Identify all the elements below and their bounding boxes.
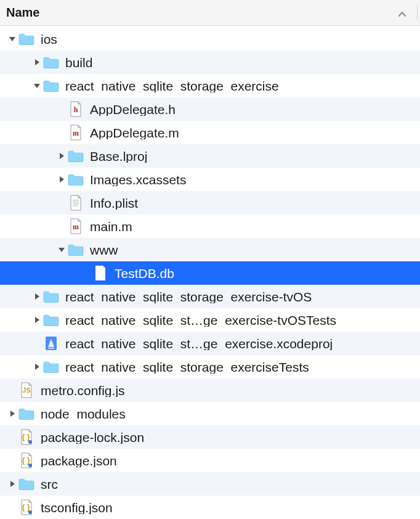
tree-row-label: main.m [90,220,132,233]
file-json-icon: { } [18,429,34,445]
file-m-icon: m [68,218,84,234]
tree-row-label: www [90,243,118,256]
file-plist-icon [68,195,84,211]
tree-row-label: Base.lproj [90,150,147,163]
disclosure-triangle-icon[interactable] [6,480,18,488]
svg-text:m: m [73,129,79,137]
file-js-icon: JS [18,382,34,398]
tree-row-label: react_native_sqlite_storage_exercise [65,80,279,92]
tree-row[interactable]: react_native_sqlite_storage_exerciseTest… [0,355,420,378]
svg-text:{ }: { } [22,456,30,465]
folder-icon [18,476,34,492]
tree-row[interactable]: src [0,472,420,496]
tree-row-label: src [41,478,58,491]
tree-row[interactable]: build [0,51,420,74]
tree-row-label: AppDelegate.h [90,103,176,116]
tree-row-label: react_native_sqlite_storage_exerciseTest… [65,361,309,374]
disclosure-triangle-icon[interactable] [55,152,68,160]
folder-icon [43,359,59,375]
tree-row[interactable]: { }package-lock.json [0,425,420,449]
disclosure-triangle-icon[interactable] [31,363,43,370]
tree-row-label: react_native_sqlite_st…ge_exercise-tvOST… [65,314,336,327]
disclosure-triangle-icon[interactable] [31,82,43,89]
column-header-label: Name [6,6,39,20]
svg-text:JS: JS [22,386,30,394]
sort-indicator-icon[interactable] [398,6,406,20]
tree-row[interactable]: TestDB.db [0,261,420,285]
tree-row-label: Info.plist [90,197,138,210]
tree-row[interactable]: Base.lproj [0,144,420,168]
column-divider[interactable] [417,5,418,20]
tree-row-label: package.json [41,454,117,467]
tree-row[interactable]: { }tsconfig.json [0,496,420,519]
file-xcodeproj-icon [43,335,59,351]
folder-icon [43,312,59,328]
tree-row-label: react_native_sqlite_st…ge_exercise.xcode… [65,337,333,350]
tree-row-label: AppDelegate.m [90,126,179,139]
tree-row-label: ios [41,33,57,46]
tree-row[interactable]: react_native_sqlite_st…ge_exercise.xcode… [0,332,420,355]
svg-text:{ }: { } [22,432,30,441]
folder-icon [18,406,34,422]
tree-row[interactable]: ios [0,27,420,51]
svg-point-11 [28,464,32,467]
column-header[interactable]: Name [0,0,420,26]
tree-row-label: react_native_sqlite_storage_exercise-tvO… [65,290,312,303]
folder-icon [68,171,84,187]
tree-row-label: metro.config.js [41,384,125,397]
disclosure-triangle-icon[interactable] [55,246,68,253]
tree-row[interactable]: Info.plist [0,191,420,215]
folder-icon [68,148,84,164]
file-json-icon: { } [18,499,34,515]
disclosure-triangle-icon[interactable] [31,59,43,66]
disclosure-triangle-icon[interactable] [31,316,43,324]
svg-text:{ }: { } [22,502,30,512]
tree-row-label: Images.xcassets [90,173,186,186]
tree-row-label: node_modules [41,407,126,420]
svg-text:h: h [74,105,78,114]
file-h-icon: h [68,101,84,117]
file-m-icon: m [68,125,84,141]
disclosure-triangle-icon[interactable] [6,35,18,43]
svg-text:m: m [73,223,79,231]
file-tree: iosbuildreact_native_sqlite_storage_exer… [0,26,420,519]
tree-row[interactable]: mmain.m [0,215,420,238]
disclosure-triangle-icon[interactable] [6,410,18,417]
disclosure-triangle-icon[interactable] [31,293,43,300]
tree-row-label: package-lock.json [41,431,144,444]
tree-row[interactable]: react_native_sqlite_storage_exercise-tvO… [0,285,420,308]
disclosure-triangle-icon[interactable] [55,176,68,183]
tree-row[interactable]: { }package.json [0,449,420,472]
tree-row[interactable]: hAppDelegate.h [0,97,420,121]
tree-row[interactable]: JSmetro.config.js [0,378,420,402]
tree-row-label: tsconfig.json [41,501,113,514]
tree-row[interactable]: node_modules [0,402,420,425]
svg-point-9 [28,440,32,444]
folder-icon [43,78,59,94]
svg-point-13 [28,510,32,514]
tree-row[interactable]: react_native_sqlite_storage_exercise [0,74,420,97]
tree-row[interactable]: mAppDelegate.m [0,121,420,144]
folder-icon [43,288,59,304]
file-blank-icon [92,265,108,281]
folder-icon [68,242,84,258]
folder-icon [43,54,59,70]
tree-row[interactable]: react_native_sqlite_st…ge_exercise-tvOST… [0,308,420,332]
folder-icon [18,31,34,47]
tree-row-label: build [65,56,92,69]
tree-row-label: TestDB.db [115,267,174,280]
tree-row[interactable]: Images.xcassets [0,168,420,191]
tree-row[interactable]: www [0,238,420,261]
file-json-icon: { } [18,452,34,468]
